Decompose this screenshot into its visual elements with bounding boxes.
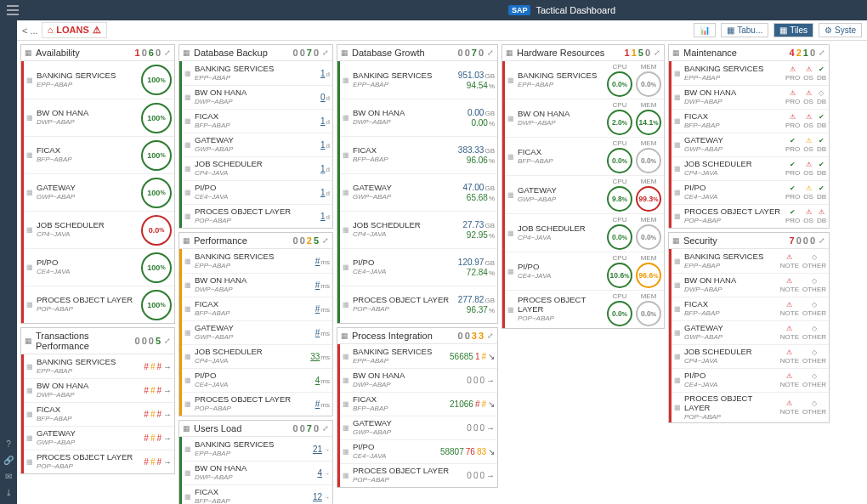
tabular-button[interactable]: ▦ Tabu... [721, 23, 768, 37]
list-item[interactable]: ▦BW ON HANADWP~ABAP0d [182, 85, 332, 109]
list-item[interactable]: ▦FICAXBFP~ABAP100% [24, 136, 174, 173]
row-value: 1d [301, 69, 330, 78]
list-item[interactable]: ▦PI/POCE4~JAVA4ms [182, 368, 332, 392]
link-icon[interactable]: 🔗 [3, 456, 14, 465]
list-item[interactable]: ▦GATEWAYGWP~ABAP100% [24, 173, 174, 211]
list-item[interactable]: ▦BANKING SERVICESEPP~ABAP#ms [182, 249, 332, 273]
list-item[interactable]: ▦FICAXBFP~ABAPCPU0.0%MEM0.0% [505, 137, 664, 175]
list-item[interactable]: ▦FICAXBFP~ABAP⚠PRO⚠OS✔DB [672, 109, 829, 133]
row-icon: ▦ [184, 93, 191, 101]
list-item[interactable]: ▦PROCES OBJECT LAYERPOP~ABAP100% [24, 286, 174, 323]
list-item[interactable]: ▦BANKING SERVICESEPP~ABAP⚠PRO⚠OS✔DB [672, 61, 829, 85]
list-item[interactable]: ▦GATEWAYGWP~ABAP###→ [24, 426, 174, 450]
hamburger-icon[interactable] [7, 5, 19, 15]
expand-icon[interactable]: ⤢ [819, 48, 825, 57]
list-item[interactable]: ▦JOB SCHEDULERCP4~JAVACPU0.0%MEM0.0% [505, 213, 664, 252]
row-values: 951.03GB94.54% [458, 71, 495, 90]
list-item[interactable]: ▦BW ON HANADWP~ABAP0.00GB0.00% [340, 99, 497, 136]
list-item[interactable]: ▦PI/POCE4~JAVA100% [24, 248, 174, 286]
list-item[interactable]: ▦BW ON HANADWP~ABAPCPU2.0%MEM14.1% [505, 99, 664, 137]
list-item[interactable]: ▦BW ON HANADWP~ABAP4→ [182, 461, 332, 484]
mail-icon[interactable]: ✉ [5, 472, 12, 481]
list-item[interactable]: ▦BANKING SERVICESEPP~ABAP951.03GB94.54% [340, 61, 497, 99]
list-item[interactable]: ▦GATEWAYGWP~ABAP⚠NOTE◇OTHER [672, 320, 829, 344]
list-item[interactable]: ▦FICAXBFP~ABAP383.33GB96.06% [340, 136, 497, 173]
expand-icon[interactable]: ⤢ [487, 48, 494, 57]
list-item[interactable]: ▦PROCES OBJECT LAYERPOP~ABAP0 0 0→ [340, 463, 497, 487]
chart-icon-button[interactable]: 📊 [694, 23, 716, 37]
row-icon: ▦ [674, 305, 681, 313]
list-item[interactable]: ▦PI/POCE4~JAVA⚠NOTE◇OTHER [672, 368, 829, 392]
expand-icon[interactable]: ⤢ [322, 424, 329, 433]
list-item[interactable]: ▦BANKING SERVICESEPP~ABAP###→ [24, 354, 174, 378]
list-item[interactable]: ▦BANKING SERVICESEPP~ABAP1d [182, 61, 332, 85]
panel-Process Integration: ▦ Process Integration 0033 ⤢ ▦BANKING SE… [337, 327, 498, 488]
list-item[interactable]: ▦BW ON HANADWP~ABAP100% [24, 99, 174, 136]
list-item[interactable]: ▦BANKING SERVICESEPP~ABAP56685 1 #↘ [340, 344, 497, 368]
download-icon[interactable]: ⤓ [5, 488, 12, 497]
expand-icon[interactable]: ⤢ [819, 236, 825, 245]
expand-icon[interactable]: ⤢ [164, 48, 171, 57]
list-item[interactable]: ▦FICAXBFP~ABAP#ms [182, 297, 332, 320]
list-item[interactable]: ▦JOB SCHEDULERCP4~JAVA0.0% [24, 211, 174, 248]
count-digit: 3 [472, 331, 477, 341]
list-item[interactable]: ▦GATEWAYGWP~ABAP47.00GB65.68% [340, 173, 497, 211]
help-icon[interactable]: ? [6, 439, 11, 449]
list-item[interactable]: ▦PROCES OBJECT LAYERPOP~ABAP###→ [24, 450, 174, 473]
count-digit: 0 [300, 48, 305, 58]
list-item[interactable]: ▦FICAXBFP~ABAP###→ [24, 402, 174, 426]
expand-icon[interactable]: ⤢ [322, 236, 329, 245]
list-item[interactable]: ▦PROCES OBJECT LAYERPOP~ABAPCPU0.0%MEM0.… [505, 290, 664, 328]
count-digit: 0 [314, 48, 319, 58]
list-item[interactable]: ▦PROCES OBJECT LAYERPOP~ABAP#ms [182, 392, 332, 416]
expand-icon[interactable]: ⤢ [322, 48, 329, 57]
list-item[interactable]: ▦BANKING SERVICESEPP~ABAP21→ [182, 437, 332, 461]
list-item[interactable]: ▦BW ON HANADWP~ABAP⚠NOTE◇OTHER [672, 273, 829, 297]
list-item[interactable]: ▦PROCES OBJECT LAYERPOP~ABAP277.82GB96.3… [340, 286, 497, 323]
row-icon: ▦ [26, 434, 33, 442]
list-item[interactable]: ▦BANKING SERVICESEPP~ABAPCPU0.0%MEM0.0% [505, 61, 664, 99]
system-button[interactable]: ⚙ Syste [819, 23, 862, 37]
list-item[interactable]: ▦PI/POCE4~JAVA✔PRO⚠OS✔DB [672, 180, 829, 204]
dashboard-grid: ▦ Availability 1060 ⤢ ▦BANKING SERVICESE… [17, 41, 867, 504]
expand-icon[interactable]: ⤢ [164, 337, 171, 345]
list-item[interactable]: ▦FICAXBFP~ABAP1d [182, 109, 332, 133]
row-icon: ▦ [184, 353, 191, 360]
breadcrumb-loans[interactable]: ⌂ LOANS ⚠ [42, 22, 107, 38]
list-item[interactable]: ▦PI/POCE4~JAVA1d [182, 180, 332, 204]
count-digit: 7 [472, 48, 477, 58]
list-item[interactable]: ▦PROCES OBJECT LAYERPOP~ABAP✔PRO⚠OS⚠DB [672, 204, 829, 228]
list-item[interactable]: ▦BANKING SERVICESEPP~ABAP100% [24, 61, 174, 99]
row-icon: ▦ [674, 93, 681, 101]
list-item[interactable]: ▦FICAXBFP~ABAP12→ [182, 484, 332, 504]
list-item[interactable]: ▦PI/POCE4~JAVACPU10.6%MEM96.6% [505, 252, 664, 290]
breadcrumb-back[interactable]: < ... [22, 25, 38, 36]
list-item[interactable]: ▦BANKING SERVICESEPP~ABAP⚠NOTE◇OTHER [672, 249, 829, 273]
list-item[interactable]: ▦BW ON HANADWP~ABAP⚠PRO⚠OS◇DB [672, 85, 829, 109]
list-item[interactable]: ▦JOB SCHEDULERCP4~JAVA1d [182, 156, 332, 180]
list-item[interactable]: ▦PROCES OBJECT LAYERPOP~ABAP1d [182, 204, 332, 228]
list-item[interactable]: ▦JOB SCHEDULERCP4~JAVA✔PRO⚠OS✔DB [672, 156, 829, 180]
list-item[interactable]: ▦BW ON HANADWP~ABAP###→ [24, 378, 174, 402]
expand-icon[interactable]: ⤢ [654, 48, 660, 57]
list-item[interactable]: ▦PI/POCE4~JAVA58807 76 83↘ [340, 439, 497, 463]
count-digit: 0 [293, 235, 298, 246]
list-item[interactable]: ▦FICAXBFP~ABAP21066 # #↘ [340, 392, 497, 416]
list-item[interactable]: ▦JOB SCHEDULERCP4~JAVA27.73GB92.95% [340, 211, 497, 248]
list-item[interactable]: ▦GATEWAYGWP~ABAP#ms [182, 320, 332, 344]
list-item[interactable]: ▦GATEWAYGWP~ABAPCPU9.8%MEM99.3% [505, 175, 664, 213]
list-item[interactable]: ▦BW ON HANADWP~ABAP#ms [182, 273, 332, 297]
list-item[interactable]: ▦JOB SCHEDULERCP4~JAVA⚠NOTE◇OTHER [672, 344, 829, 368]
list-item[interactable]: ▦FICAXBFP~ABAP⚠NOTE◇OTHER [672, 297, 829, 320]
list-item[interactable]: ▦GATEWAYGWP~ABAP✔PRO⚠OS✔DB [672, 133, 829, 156]
list-item[interactable]: ▦PI/POCE4~JAVA120.97GB72.84% [340, 248, 497, 286]
panel-icon: ▦ [672, 236, 680, 245]
row-value: 1d [301, 212, 330, 221]
list-item[interactable]: ▦JOB SCHEDULERCP4~JAVA33ms [182, 344, 332, 368]
list-item[interactable]: ▦BW ON HANADWP~ABAP0 0 0→ [340, 368, 497, 392]
list-item[interactable]: ▦PROCES OBJECT LAYERPOP~ABAP⚠NOTE◇OTHER [672, 392, 829, 422]
list-item[interactable]: ▦GATEWAYGWP~ABAP1d [182, 133, 332, 156]
list-item[interactable]: ▦GATEWAYGWP~ABAP0 0 0→ [340, 416, 497, 439]
tiles-button[interactable]: ▦ Tiles [774, 23, 813, 37]
expand-icon[interactable]: ⤢ [487, 331, 494, 340]
